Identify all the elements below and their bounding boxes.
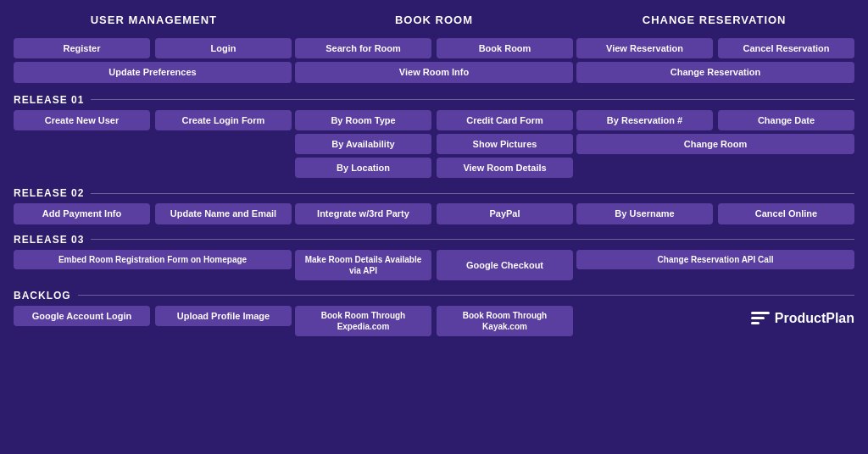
release-02-row: Add Payment Info Update Name and Email I… bbox=[14, 203, 854, 224]
backlog-col2: Book Room Through Expedia.com Book Room … bbox=[295, 306, 573, 336]
by-reservation-num-button[interactable]: By Reservation # bbox=[576, 110, 713, 130]
upload-profile-image-button[interactable]: Upload Profile Image bbox=[155, 306, 292, 326]
btn-row: Embed Room Registration Form on Homepage bbox=[14, 250, 292, 269]
embed-room-reg-button[interactable]: Embed Room Registration Form on Homepage bbox=[14, 250, 292, 269]
backlog-col3: ProductPlan bbox=[576, 306, 854, 336]
book-room-kayak-button[interactable]: Book Room Through Kayak.com bbox=[437, 306, 573, 336]
release-01-col2: By Room Type Credit Card Form By Availab… bbox=[295, 110, 573, 179]
release-01-col3: By Reservation # Change Date Change Room bbox=[576, 110, 854, 179]
backlog-label: BACKLOG bbox=[14, 290, 854, 302]
change-reservation-button[interactable]: Change Reservation bbox=[576, 62, 854, 82]
view-room-details-button[interactable]: View Room Details bbox=[437, 158, 573, 178]
btn-row: Integrate w/3rd Party PayPal bbox=[295, 203, 573, 224]
btn-row: Google Account Login Upload Profile Imag… bbox=[14, 306, 292, 326]
release-01-row: Create New User Create Login Form By Roo… bbox=[14, 110, 854, 179]
change-reservation-api-button[interactable]: Change Reservation API Call bbox=[576, 250, 854, 269]
btn-row: Search for Room Book Room bbox=[295, 38, 573, 58]
brand-lines bbox=[751, 312, 770, 324]
change-date-button[interactable]: Change Date bbox=[718, 110, 854, 130]
backlog-section: BACKLOG Google Account Login Upload Prof… bbox=[14, 285, 854, 338]
login-button[interactable]: Login bbox=[155, 38, 292, 58]
btn-row: By Availability Show Pictures bbox=[295, 134, 573, 154]
brand-line-1 bbox=[751, 312, 770, 314]
btn-row: ProductPlan bbox=[576, 306, 854, 326]
integrate-3rd-party-button[interactable]: Integrate w/3rd Party bbox=[295, 203, 431, 224]
release-03-label: RELEASE 03 bbox=[14, 234, 854, 246]
btn-row: Change Room bbox=[576, 134, 854, 154]
brand-line-2 bbox=[751, 317, 765, 319]
add-payment-info-button[interactable]: Add Payment Info bbox=[14, 203, 150, 224]
btn-row: Register Login bbox=[14, 38, 292, 58]
btn-row: Book Room Through Expedia.com Book Room … bbox=[295, 306, 573, 336]
google-account-login-button[interactable]: Google Account Login bbox=[14, 306, 150, 326]
change-reservation-header: CHANGE RESERVATION bbox=[574, 10, 854, 31]
user-management-header: USER MANAGEMENT bbox=[14, 10, 294, 31]
btn-row: Change Reservation bbox=[576, 62, 854, 82]
book-room-header: BOOK ROOM bbox=[294, 10, 575, 31]
btn-row: By Room Type Credit Card Form bbox=[295, 110, 573, 130]
update-name-email-button[interactable]: Update Name and Email bbox=[155, 203, 292, 224]
book-room-top-buttons: Search for Room Book Room View Room Info bbox=[295, 38, 573, 83]
btn-row: View Room Info bbox=[295, 62, 573, 82]
paypal-button[interactable]: PayPal bbox=[437, 203, 573, 224]
release-03-section: RELEASE 03 Embed Room Registration Form … bbox=[14, 230, 854, 282]
view-room-info-button[interactable]: View Room Info bbox=[295, 62, 573, 82]
release-01-section: RELEASE 01 Create New User Create Login … bbox=[14, 90, 854, 180]
btn-row: Make Room Details Available via API Goog… bbox=[295, 250, 573, 280]
release-02-section: RELEASE 02 Add Payment Info Update Name … bbox=[14, 183, 854, 225]
change-reservation-top-buttons: View Reservation Cancel Reservation Chan… bbox=[576, 38, 854, 83]
cancel-online-button[interactable]: Cancel Online bbox=[718, 203, 854, 224]
create-new-user-button[interactable]: Create New User bbox=[14, 110, 150, 130]
btn-row: By Reservation # Change Date bbox=[576, 110, 854, 130]
release-02-col3: By Username Cancel Online bbox=[576, 203, 854, 224]
release-03-col1: Embed Room Registration Form on Homepage bbox=[14, 250, 292, 280]
by-availability-button[interactable]: By Availability bbox=[295, 134, 431, 154]
btn-row: Update Preferences bbox=[14, 62, 292, 82]
google-checkout-button[interactable]: Google Checkout bbox=[437, 250, 573, 280]
release-02-col1: Add Payment Info Update Name and Email bbox=[14, 203, 292, 224]
update-preferences-button[interactable]: Update Preferences bbox=[14, 62, 292, 82]
change-room-button[interactable]: Change Room bbox=[576, 134, 854, 154]
btn-row: View Reservation Cancel Reservation bbox=[576, 38, 854, 58]
btn-row: Create New User Create Login Form bbox=[14, 110, 292, 130]
btn-row: Add Payment Info Update Name and Email bbox=[14, 203, 292, 224]
by-location-button[interactable]: By Location bbox=[295, 158, 431, 178]
book-room-button[interactable]: Book Room bbox=[437, 38, 573, 58]
column-headers: USER MANAGEMENT BOOK ROOM CHANGE RESERVA… bbox=[14, 10, 854, 31]
main-container: USER MANAGEMENT BOOK ROOM CHANGE RESERVA… bbox=[0, 0, 868, 454]
brand-line-3 bbox=[751, 322, 760, 324]
btn-row: Change Reservation API Call bbox=[576, 250, 854, 269]
btn-row: By Username Cancel Online bbox=[576, 203, 854, 224]
user-mgmt-top-buttons: Register Login Update Preferences bbox=[14, 38, 292, 83]
view-reservation-button[interactable]: View Reservation bbox=[576, 38, 713, 58]
release-03-col2: Make Room Details Available via API Goog… bbox=[295, 250, 573, 280]
register-button[interactable]: Register bbox=[14, 38, 150, 58]
brand-icon bbox=[751, 312, 770, 324]
btn-row: By Location View Room Details bbox=[295, 158, 573, 178]
brand-name: ProductPlan bbox=[775, 311, 854, 326]
search-for-room-button[interactable]: Search for Room bbox=[295, 38, 431, 58]
make-room-details-api-button[interactable]: Make Room Details Available via API bbox=[295, 250, 431, 280]
release-02-col2: Integrate w/3rd Party PayPal bbox=[295, 203, 573, 224]
release-03-row: Embed Room Registration Form on Homepage… bbox=[14, 250, 854, 280]
backlog-row: Google Account Login Upload Profile Imag… bbox=[14, 306, 854, 336]
release-01-label: RELEASE 01 bbox=[14, 94, 854, 106]
by-room-type-button[interactable]: By Room Type bbox=[295, 110, 431, 130]
by-username-button[interactable]: By Username bbox=[576, 203, 713, 224]
cancel-reservation-button[interactable]: Cancel Reservation bbox=[718, 38, 854, 58]
release-03-col3: Change Reservation API Call bbox=[576, 250, 854, 280]
show-pictures-button[interactable]: Show Pictures bbox=[437, 134, 573, 154]
book-room-expedia-button[interactable]: Book Room Through Expedia.com bbox=[295, 306, 431, 336]
create-login-form-button[interactable]: Create Login Form bbox=[155, 110, 292, 130]
top-buttons-section: Register Login Update Preferences Search… bbox=[14, 38, 854, 83]
release-02-label: RELEASE 02 bbox=[14, 187, 854, 199]
backlog-col1: Google Account Login Upload Profile Imag… bbox=[14, 306, 292, 336]
credit-card-form-button[interactable]: Credit Card Form bbox=[437, 110, 573, 130]
productplan-brand: ProductPlan bbox=[751, 306, 854, 326]
release-01-col1: Create New User Create Login Form bbox=[14, 110, 292, 179]
